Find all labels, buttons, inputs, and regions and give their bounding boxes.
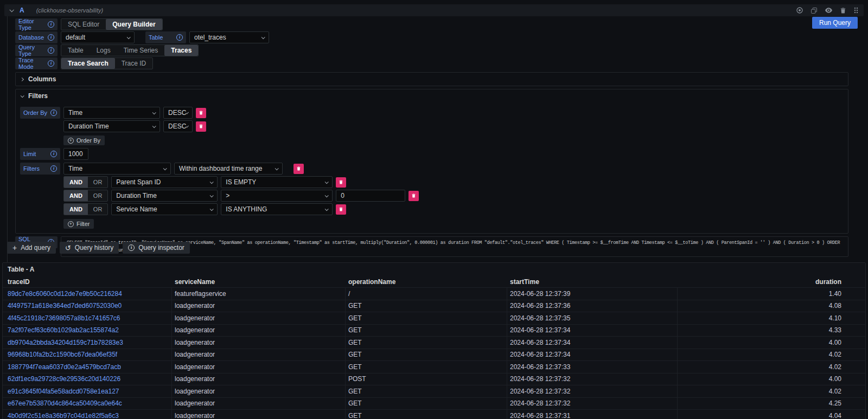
trace-id-link[interactable]: 89dc7e8c6060c0d12de7e9b50c216284 — [8, 290, 122, 298]
collapse-query-icon[interactable] — [9, 8, 14, 12]
database-select[interactable]: default — [61, 31, 135, 43]
option-traces[interactable]: Traces — [164, 45, 198, 56]
columns-section-header[interactable]: Columns — [16, 73, 848, 86]
col-header-traceid[interactable]: traceID — [3, 278, 172, 286]
start-time-cell: 2024-06-28 12:37:33 — [507, 361, 678, 373]
filter-operator-select[interactable]: > — [221, 190, 333, 202]
panel-title[interactable]: Table - A — [3, 263, 865, 276]
query-inspector-button[interactable]: i Query inspector — [123, 242, 190, 254]
limit-input[interactable]: 1000 — [63, 148, 88, 160]
option-trace-search[interactable]: Trace Search — [61, 58, 115, 69]
filter-field-select[interactable]: Duration Time — [111, 190, 218, 202]
option-logs[interactable]: Logs — [90, 45, 117, 56]
plus-icon: + — [12, 244, 17, 251]
add-query-button[interactable]: + Add query — [7, 242, 56, 254]
table-row: 4b0d9f2c51e8a36b97c04d1e82f5a6c3 loadgen… — [3, 409, 865, 419]
order-by-field-select[interactable]: Time — [63, 107, 160, 119]
table-row: 96968b10fa2b2c1590bc67dea06ef35f loadgen… — [3, 349, 865, 361]
option-and[interactable]: AND — [64, 190, 88, 201]
conjunction-toggle: AND OR — [63, 190, 108, 202]
filter-operator-select[interactable]: Within dashboard time range — [174, 163, 283, 175]
query-history-button[interactable]: ↺ Query history — [60, 242, 119, 254]
col-header-starttime[interactable]: startTime — [507, 278, 678, 286]
filters-section-header[interactable]: Filters — [16, 89, 848, 102]
trace-id-link[interactable]: 62df1ec9a29728c9e29536c20d140226 — [8, 375, 120, 383]
operation-name-cell: GET — [346, 312, 507, 324]
drag-handle-icon[interactable] — [854, 7, 858, 14]
order-by-direction-select[interactable]: DESC — [163, 120, 193, 132]
editor-type-row: Editor Typei SQL Editor Query Builder — [15, 18, 848, 30]
operation-name-cell: GET — [346, 325, 507, 337]
trace-id-link[interactable]: 7a2f07ecf63c60b1029ab2ac155874a2 — [8, 326, 119, 334]
trace-id-link[interactable]: 4f497571a618e364ed7ded60752030e0 — [8, 302, 122, 310]
filter-field-select[interactable]: Time — [63, 163, 171, 175]
trace-id-link[interactable]: 4b0d9f2c51e8a36b97c04d1e82f5a6c3 — [8, 412, 119, 419]
trace-id-link[interactable]: db9704a2bbda34204d159c71b78283e3 — [8, 339, 123, 346]
query-row-header[interactable]: A (clickhouse-observability) — [4, 4, 864, 16]
col-header-operationname[interactable]: operationName — [346, 278, 507, 286]
order-by-direction-select[interactable]: DESC — [163, 107, 193, 119]
filter-field-select[interactable]: Service Name — [111, 203, 218, 215]
option-or[interactable]: OR — [88, 190, 108, 201]
remove-filter-button[interactable] — [293, 164, 304, 174]
filter-field-select[interactable]: Parent Span ID — [111, 176, 218, 188]
option-or[interactable]: OR — [88, 177, 108, 188]
filter-operator-select[interactable]: IS ANYTHING — [221, 203, 333, 215]
eye-icon[interactable] — [825, 8, 832, 13]
operation-name-cell: GET — [346, 300, 507, 312]
add-filter-button[interactable]: + Filter — [63, 219, 94, 229]
trace-id-link[interactable]: 4f45c21918c73698057a8b1c741657c6 — [8, 314, 120, 322]
duration-cell: 4.02 — [678, 349, 865, 361]
option-table[interactable]: Table — [61, 45, 90, 56]
conjunction-toggle: AND OR — [63, 203, 108, 215]
service-name-cell: loadgenerator — [172, 300, 346, 312]
duplicate-icon[interactable] — [811, 8, 817, 14]
conjunction-toggle: AND OR — [63, 176, 108, 188]
option-or[interactable]: OR — [88, 204, 108, 215]
info-icon: i — [48, 34, 54, 41]
table-label: Tablei — [145, 31, 186, 43]
service-name-cell: loadgenerator — [172, 337, 346, 349]
trace-id-link[interactable]: e67ee7b53870d4c864ca50409ca0e64c — [8, 399, 122, 407]
trace-mode-toggle: Trace Search Trace ID — [61, 57, 153, 69]
duration-cell: 4.02 — [678, 361, 865, 373]
info-icon: i — [48, 47, 54, 54]
filter-value-input[interactable]: 0 — [336, 190, 405, 202]
remove-filter-button[interactable] — [336, 177, 346, 188]
option-and[interactable]: AND — [64, 204, 88, 215]
operation-name-cell: GET — [346, 385, 507, 397]
remove-filter-button[interactable] — [336, 204, 346, 215]
operation-name-cell: GET — [346, 398, 507, 410]
info-icon: i — [48, 60, 54, 67]
info-icon: i — [50, 151, 57, 157]
order-by-field-select[interactable]: Duration Time — [63, 120, 160, 132]
option-and[interactable]: AND — [64, 177, 88, 188]
start-time-cell: 2024-06-28 12:37:31 — [507, 410, 678, 419]
table-select[interactable]: otel_traces — [189, 31, 269, 43]
trash-icon[interactable] — [840, 8, 846, 14]
trace-id-link[interactable]: e91c3645f04fa5e58adcd0758e1ea127 — [8, 388, 119, 395]
duration-cell: 4.08 — [678, 300, 865, 312]
trace-id-link[interactable]: 1887794f7eaa6037d0e2a4579bcd7acb — [8, 363, 121, 371]
option-time-series[interactable]: Time Series — [117, 45, 165, 56]
add-order-by-button[interactable]: + Order By — [63, 136, 105, 145]
col-header-duration[interactable]: duration — [678, 278, 865, 286]
run-query-button[interactable]: Run Query — [812, 17, 858, 29]
option-trace-id[interactable]: Trace ID — [115, 58, 153, 69]
duration-cell: 4.04 — [678, 410, 865, 419]
trace-id-link[interactable]: 96968b10fa2b2c1590bc67dea06ef35f — [8, 351, 117, 358]
option-query-builder[interactable]: Query Builder — [106, 19, 162, 30]
remove-order-by-button[interactable] — [196, 121, 206, 132]
col-header-servicename[interactable]: serviceName — [172, 278, 346, 286]
filter-operator-select[interactable]: IS EMPTY — [221, 176, 333, 188]
service-name-cell: featureflagservice — [172, 288, 346, 300]
duration-cell: 1.40 — [678, 288, 865, 300]
option-sql-editor[interactable]: SQL Editor — [61, 19, 106, 30]
filter-row: AND OR Parent Span ID IS EMPTY — [63, 176, 844, 188]
remove-filter-button[interactable] — [409, 191, 419, 201]
service-name-cell: loadgenerator — [172, 312, 346, 324]
remove-order-by-button[interactable] — [196, 108, 206, 118]
database-label: Databasei — [15, 31, 58, 43]
table-row: 4f497571a618e364ed7ded60752030e0 loadgen… — [3, 300, 865, 312]
disable-icon[interactable] — [796, 7, 803, 14]
